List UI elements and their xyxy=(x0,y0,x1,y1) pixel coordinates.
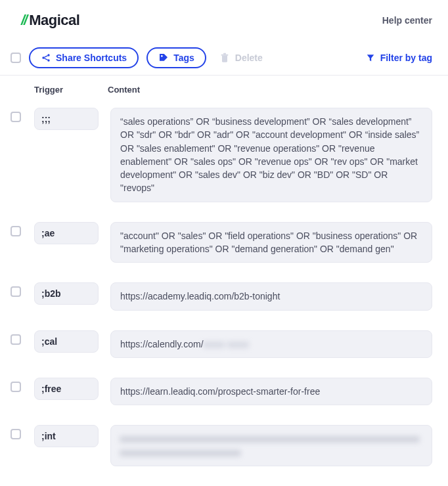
filter-by-tag-button[interactable]: Filter by tag xyxy=(366,53,432,63)
select-all-checkbox[interactable] xyxy=(11,53,21,63)
shortcut-row: ;zoohttps://zoom.us/j/9xxxx xxx xxx xyxy=(11,478,432,486)
content-box[interactable]: https://academy.leadiq.com/b2b-tonight xyxy=(110,282,432,310)
redacted-content: xxxxxxxxxxxxxxxxxxxxxxxxxxxxxxxxxxxxxxxx… xyxy=(120,432,422,459)
shortcut-row: ;intxxxxxxxxxxxxxxxxxxxxxxxxxxxxxxxxxxxx… xyxy=(11,417,432,478)
redacted-tail: xxxx-xxxx xyxy=(204,338,250,351)
logo-text: Magical xyxy=(29,12,79,29)
content-text: "account" OR "sales" OR "field operation… xyxy=(120,231,417,254)
shortcut-row: ;freehttps://learn.leadiq.com/prospect-s… xyxy=(11,370,432,417)
trigger-chip[interactable]: ;free xyxy=(34,378,99,400)
svg-rect-6 xyxy=(221,55,228,56)
shortcut-list: ;;;“sales operations” OR “business devel… xyxy=(0,100,448,486)
help-center-link[interactable]: Help center xyxy=(382,15,432,26)
trigger-chip[interactable]: ;;; xyxy=(34,108,99,130)
row-checkbox[interactable] xyxy=(11,112,21,122)
content-box[interactable]: https://learn.leadiq.com/prospect-smarte… xyxy=(110,378,432,405)
column-header-content: Content xyxy=(108,85,432,95)
toolbar: Share Shortcuts Tags Delete Filter by ta… xyxy=(0,41,448,76)
app-header: // Magical Help center xyxy=(0,0,448,41)
row-checkbox[interactable] xyxy=(11,334,21,345)
content-box[interactable]: "account" OR "sales" OR "field operation… xyxy=(110,222,432,263)
delete-button: Delete xyxy=(219,53,263,63)
shortcut-row: ;calhttps://calendly.com/xxxx-xxxx xyxy=(11,322,432,370)
content-text: “sales operations” OR “business developm… xyxy=(120,116,419,193)
tags-button[interactable]: Tags xyxy=(146,47,206,68)
logo-slash-icon: // xyxy=(21,12,26,29)
svg-line-4 xyxy=(44,58,47,60)
svg-line-3 xyxy=(44,56,47,58)
content-box[interactable]: “sales operations” OR “business developm… xyxy=(110,108,432,202)
trigger-chip[interactable]: ;int xyxy=(34,425,99,447)
trash-icon xyxy=(219,53,230,63)
shortcut-row: ;ae"account" OR "sales" OR "field operat… xyxy=(11,214,432,275)
column-header-trigger: Trigger xyxy=(34,85,108,95)
share-icon xyxy=(41,53,51,63)
filter-label: Filter by tag xyxy=(380,53,432,63)
row-checkbox[interactable] xyxy=(11,226,21,236)
column-headers: Trigger Content xyxy=(0,76,448,100)
tags-label: Tags xyxy=(173,53,194,63)
trigger-chip[interactable]: ;ae xyxy=(34,222,99,244)
tag-icon xyxy=(158,53,169,63)
content-text: https://academy.leadiq.com/b2b-tonight xyxy=(120,291,280,301)
delete-label: Delete xyxy=(235,53,263,63)
app-logo: // Magical xyxy=(21,12,79,29)
shortcut-row: ;b2bhttps://academy.leadiq.com/b2b-tonig… xyxy=(11,275,432,322)
row-checkbox[interactable] xyxy=(11,382,21,392)
share-shortcuts-label: Share Shortcuts xyxy=(56,53,127,63)
trigger-chip[interactable]: ;b2b xyxy=(34,282,99,305)
filter-icon xyxy=(366,53,375,62)
content-box[interactable]: https://calendly.com/xxxx-xxxx xyxy=(110,330,432,358)
row-checkbox[interactable] xyxy=(11,286,21,297)
content-text: https://calendly.com/ xyxy=(120,339,204,349)
content-box[interactable]: xxxxxxxxxxxxxxxxxxxxxxxxxxxxxxxxxxxxxxxx… xyxy=(110,425,432,466)
content-text: https://learn.leadiq.com/prospect-smarte… xyxy=(120,386,320,397)
row-checkbox[interactable] xyxy=(11,429,21,439)
shortcut-row: ;;;“sales operations” OR “business devel… xyxy=(11,100,432,214)
svg-rect-7 xyxy=(223,53,226,55)
share-shortcuts-button[interactable]: Share Shortcuts xyxy=(29,47,139,68)
svg-point-5 xyxy=(161,55,163,57)
trigger-chip[interactable]: ;cal xyxy=(34,330,99,353)
